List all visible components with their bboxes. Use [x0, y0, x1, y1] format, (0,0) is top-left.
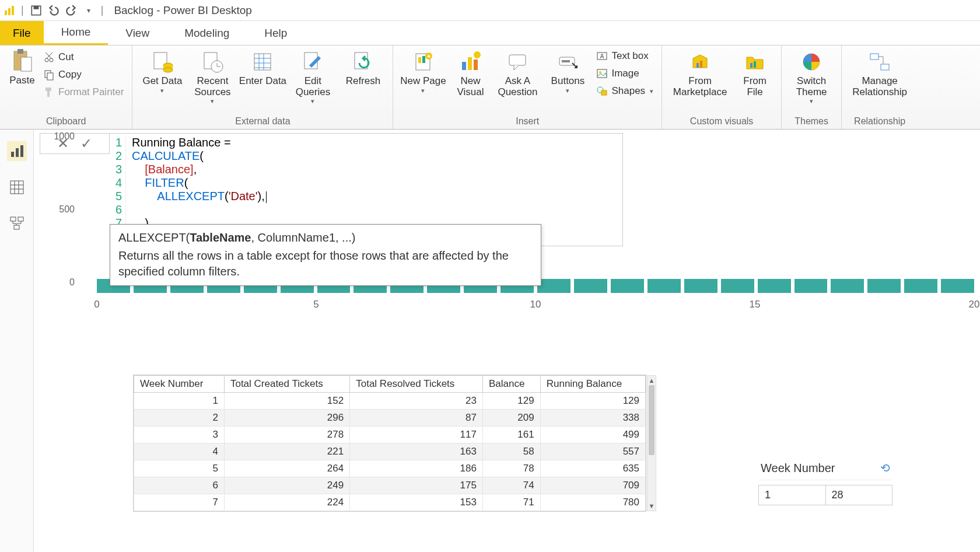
paste-button[interactable]: Paste — [6, 48, 38, 86]
svg-rect-43 — [700, 61, 702, 68]
buttons-button[interactable]: Buttons▾ — [544, 48, 592, 94]
table-row[interactable]: 422116358557 — [134, 443, 646, 460]
svg-rect-4 — [33, 6, 38, 9]
scroll-down-icon[interactable]: ▼ — [648, 501, 656, 511]
svg-rect-44 — [750, 63, 752, 68]
table-cell: 186 — [350, 460, 483, 477]
cut-button[interactable]: Cut — [41, 50, 126, 64]
enter-data-button[interactable]: Enter Data — [239, 48, 286, 87]
slicer-title: Week Number — [761, 462, 835, 475]
report-view-icon[interactable] — [7, 141, 27, 161]
table-row[interactable]: 624917574709 — [134, 477, 646, 494]
intellisense-signature: ALLEXCEPT(TableName, ColumnName1, ...) — [118, 230, 533, 244]
format-painter-button[interactable]: Format Painter — [41, 85, 126, 99]
redo-icon[interactable] — [65, 4, 78, 17]
intellisense-description: Returns all the rows in a table except f… — [118, 248, 533, 280]
group-label-themes: Themes — [788, 115, 835, 129]
table-cell: 224 — [224, 494, 349, 511]
table-cell: 780 — [540, 494, 645, 511]
table-cell: 249 — [224, 477, 349, 494]
slicer-to-input[interactable]: 28 — [826, 485, 892, 505]
save-icon[interactable] — [30, 4, 43, 17]
tab-view[interactable]: View — [108, 21, 167, 45]
get-data-button[interactable]: Get Data▾ — [138, 48, 186, 94]
table-visual[interactable]: Week NumberTotal Created TicketsTotal Re… — [133, 375, 646, 512]
group-label-external: External data — [138, 115, 387, 129]
table-header[interactable]: Balance — [482, 376, 540, 393]
chart-y-axis: 05001000 — [50, 147, 79, 293]
new-visual-button[interactable]: New Visual — [449, 48, 491, 97]
svg-rect-31 — [474, 60, 478, 70]
svg-point-32 — [474, 51, 481, 58]
svg-rect-26 — [422, 56, 425, 63]
data-view-icon[interactable] — [7, 177, 27, 197]
group-custom-visuals: From Marketplace From File Custom visual… — [662, 46, 782, 129]
edit-queries-button[interactable]: Edit Queries▾ — [289, 48, 337, 104]
table-header[interactable]: Week Number — [134, 376, 225, 393]
table-header-row: Week NumberTotal Created TicketsTotal Re… — [134, 376, 646, 393]
slicer-range: 1 28 — [758, 485, 892, 505]
slicer-visual[interactable]: Week Number ⟲ 1 28 — [758, 456, 892, 505]
shapes-button[interactable]: Shapes▾ — [594, 84, 656, 98]
table-cell: 209 — [482, 410, 540, 427]
svg-rect-6 — [18, 49, 23, 54]
textbox-button[interactable]: AText box — [594, 49, 656, 63]
group-label-custom: Custom visuals — [668, 115, 775, 129]
group-label-insert: Insert — [399, 115, 656, 129]
svg-rect-41 — [601, 90, 607, 95]
qat-dropdown-icon[interactable]: ▾ — [82, 4, 95, 17]
qat-separator-2: | — [101, 4, 104, 16]
table-cell: 58 — [482, 443, 540, 460]
refresh-button[interactable]: Refresh — [339, 48, 387, 87]
table-cell: 221 — [224, 443, 349, 460]
copy-button[interactable]: Copy — [41, 68, 126, 82]
svg-rect-25 — [418, 57, 421, 63]
window-title: Backlog - Power BI Desktop — [114, 4, 252, 17]
scroll-up-icon[interactable]: ▲ — [648, 376, 656, 385]
slicer-header: Week Number ⟲ — [758, 456, 892, 480]
tab-file[interactable]: File — [0, 21, 44, 45]
table-scrollbar[interactable]: ▲ ▼ — [647, 375, 656, 511]
table-header[interactable]: Running Balance — [540, 376, 645, 393]
slicer-from-input[interactable]: 1 — [759, 485, 826, 505]
svg-text:✦: ✦ — [426, 53, 431, 60]
svg-point-39 — [599, 71, 601, 74]
slicer-clear-icon[interactable]: ⟲ — [880, 461, 890, 475]
tab-modeling[interactable]: Modeling — [167, 21, 247, 45]
table-cell: 4 — [134, 443, 225, 460]
recent-sources-button[interactable]: Recent Sources▾ — [188, 48, 236, 104]
tab-help[interactable]: Help — [247, 21, 304, 45]
svg-rect-1 — [8, 8, 10, 15]
switch-theme-button[interactable]: Switch Theme▾ — [788, 48, 835, 104]
scroll-thumb[interactable] — [649, 385, 654, 455]
table-cell: 635 — [540, 460, 645, 477]
table-row[interactable]: 722415371780 — [134, 494, 646, 511]
undo-icon[interactable] — [47, 4, 60, 17]
from-marketplace-button[interactable]: From Marketplace — [668, 48, 732, 97]
table-row[interactable]: 3278117161499 — [134, 427, 646, 443]
table-cell: 499 — [540, 427, 645, 443]
table-header[interactable]: Total Resolved Tickets — [350, 376, 483, 393]
table-cell: 7 — [134, 494, 225, 511]
from-file-button[interactable]: From File — [734, 48, 775, 97]
table-cell: 264 — [224, 460, 349, 477]
svg-point-18 — [163, 68, 173, 72]
ribbon-tabs: File Home View Modeling Help — [0, 21, 980, 46]
report-canvas: ✕ ✓ 1Running Balance =2CALCULATE(3 [Bala… — [34, 130, 980, 552]
group-insert: ✦New Page▾ New Visual Ask A Question But… — [393, 46, 662, 129]
svg-rect-48 — [881, 64, 889, 70]
table-header[interactable]: Total Created Tickets — [224, 376, 349, 393]
manage-relationships-button[interactable]: Manage Relationship — [848, 48, 912, 97]
ask-question-button[interactable]: Ask A Question — [494, 48, 541, 97]
new-page-button[interactable]: ✦New Page▾ — [399, 48, 447, 94]
data-table: Week NumberTotal Created TicketsTotal Re… — [134, 375, 646, 511]
svg-point-8 — [45, 58, 48, 62]
table-row[interactable]: 115223129129 — [134, 393, 646, 410]
tab-home[interactable]: Home — [44, 21, 108, 45]
model-view-icon[interactable] — [7, 214, 27, 233]
table-row[interactable]: 229687209338 — [134, 410, 646, 427]
table-row[interactable]: 526418678635 — [134, 460, 646, 477]
table-cell: 2 — [134, 410, 225, 427]
image-button[interactable]: Image — [594, 67, 656, 81]
paste-label: Paste — [9, 75, 34, 86]
